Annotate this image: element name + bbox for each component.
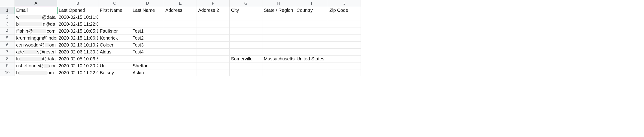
cell-F8[interactable] [197,56,230,62]
cell-E2[interactable] [164,14,197,21]
cell-G7[interactable] [230,49,262,56]
cell-F3[interactable] [197,21,230,28]
cell-B4[interactable]: 2020-02-15 10:05:11 [57,28,98,35]
cell-D4[interactable]: Test1 [131,28,164,35]
cell-I2[interactable] [295,14,328,21]
cell-F7[interactable] [197,49,230,56]
cell-E1[interactable]: Address [164,7,197,14]
cell-E3[interactable] [164,21,197,28]
select-all-corner[interactable] [0,0,15,7]
cell-J8[interactable] [328,56,361,62]
column-header-b[interactable]: B [57,0,98,7]
cell-H8[interactable]: Massachusetts [262,56,295,62]
cell-B7[interactable]: 2020-02-06 11:30:33 [57,49,98,56]
cell-E7[interactable] [164,49,197,56]
cell-J7[interactable] [328,49,361,56]
cell-C5[interactable]: Kendrick [98,35,131,42]
cell-C9[interactable]: Uri [98,62,131,69]
cell-E9[interactable] [164,62,197,69]
cell-D10[interactable]: Askin [131,69,164,76]
cell-I1[interactable]: Country [295,7,328,14]
cell-E8[interactable] [164,56,197,62]
cell-C3[interactable] [98,21,131,28]
cell-H7[interactable] [262,49,295,56]
row-header-8[interactable]: 8 [0,56,15,62]
cell-G2[interactable] [230,14,262,21]
cell-C7[interactable]: Aldus [98,49,131,56]
cell-H1[interactable]: State / Region [262,7,295,14]
cell-H4[interactable] [262,28,295,35]
row-header-9[interactable]: 9 [0,62,15,69]
cell-G5[interactable] [230,35,262,42]
cell-C10[interactable]: Betsey [98,69,131,76]
column-header-i[interactable]: I [295,0,328,7]
cell-A4[interactable]: ffishln@com [15,28,57,35]
cell-D6[interactable]: Test3 [131,42,164,49]
column-header-d[interactable]: D [131,0,164,7]
column-header-g[interactable]: G [230,0,262,7]
cell-B10[interactable]: 2020-02-10 11:22:03 [57,69,98,76]
cell-D1[interactable]: Last Name [131,7,164,14]
cell-I5[interactable] [295,35,328,42]
cell-E6[interactable] [164,42,197,49]
cell-J4[interactable] [328,28,361,35]
cell-C8[interactable] [98,56,131,62]
cell-B3[interactable]: 2020-02-15 11:22:04 [57,21,98,28]
cell-I9[interactable] [295,62,328,69]
cell-G4[interactable] [230,28,262,35]
column-header-e[interactable]: E [164,0,197,7]
cell-J2[interactable] [328,14,361,21]
cell-F10[interactable] [197,69,230,76]
cell-G9[interactable] [230,62,262,69]
cell-G10[interactable] [230,69,262,76]
cell-J9[interactable] [328,62,361,69]
cell-A10[interactable]: bom [15,69,57,76]
cell-F2[interactable] [197,14,230,21]
cell-I3[interactable] [295,21,328,28]
column-header-c[interactable]: C [98,0,131,7]
column-header-f[interactable]: F [197,0,230,7]
cell-H5[interactable] [262,35,295,42]
cell-I4[interactable] [295,28,328,35]
cell-G6[interactable] [230,42,262,49]
cell-E10[interactable] [164,69,197,76]
cell-F9[interactable] [197,62,230,69]
cell-E5[interactable] [164,35,197,42]
cell-D5[interactable]: Test2 [131,35,164,42]
row-header-4[interactable]: 4 [0,28,15,35]
cell-J1[interactable]: Zip Code [328,7,361,14]
cell-J3[interactable] [328,21,361,28]
cell-A9[interactable]: usheftonne@cor [15,62,57,69]
cell-H9[interactable] [262,62,295,69]
cell-I8[interactable]: United States [295,56,328,62]
cell-C2[interactable] [98,14,131,21]
cell-D9[interactable]: Shefton [131,62,164,69]
cell-A5[interactable]: krummingqm@indepe [15,35,57,42]
cell-F1[interactable]: Address 2 [197,7,230,14]
cell-H6[interactable] [262,42,295,49]
cell-H10[interactable] [262,69,295,76]
cell-F6[interactable] [197,42,230,49]
cell-B6[interactable]: 2020-02-16 10:10:22 [57,42,98,49]
cell-J6[interactable] [328,42,361,49]
cell-A8[interactable]: lu@data [15,56,57,62]
cell-I6[interactable] [295,42,328,49]
row-header-3[interactable]: 3 [0,21,15,28]
cell-I10[interactable] [295,69,328,76]
cell-H2[interactable] [262,14,295,21]
cell-C6[interactable]: Coleen [98,42,131,49]
cell-B8[interactable]: 2020-02-05 10:06:55 [57,56,98,62]
row-header-2[interactable]: 2 [0,14,15,21]
cell-I7[interactable] [295,49,328,56]
cell-J5[interactable] [328,35,361,42]
cell-G1[interactable]: City [230,7,262,14]
cell-F4[interactable] [197,28,230,35]
cell-B2[interactable]: 2020-02-15 10:11:02 [57,14,98,21]
cell-J10[interactable] [328,69,361,76]
cell-C4[interactable]: Faulkner [98,28,131,35]
cell-A1[interactable]: Email [15,7,57,14]
cell-H3[interactable] [262,21,295,28]
cell-G8[interactable]: Somerville [230,56,262,62]
cell-A6[interactable]: ccurwoodqr@om [15,42,57,49]
column-header-j[interactable]: J [328,0,361,7]
